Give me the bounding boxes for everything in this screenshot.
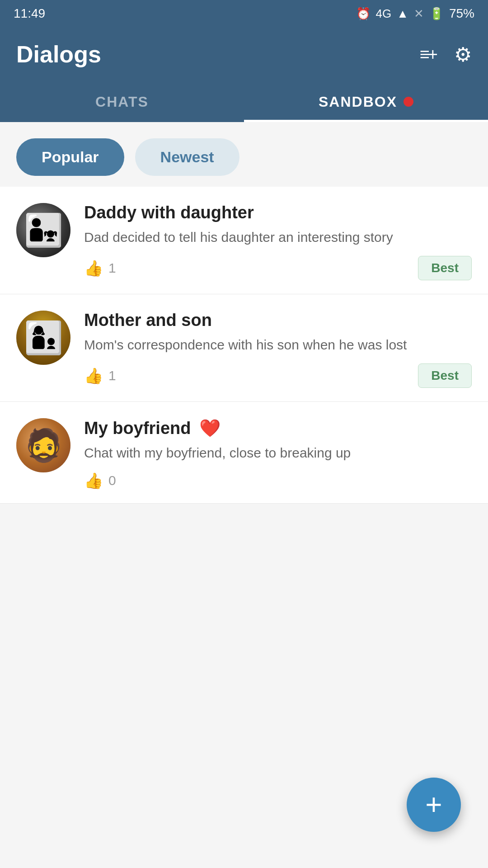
tab-sandbox[interactable]: SANDBOX [244, 81, 488, 122]
signal-x-icon: ✕ [414, 7, 424, 21]
header-actions: ≡+ ⚙ [420, 43, 472, 66]
heart-emoji: ❤️ [199, 419, 221, 438]
battery-icon: 🔋 [429, 7, 444, 21]
add-chat-fab[interactable]: + [407, 778, 461, 832]
clock-icon: ⏰ [356, 7, 371, 21]
chat-item[interactable]: Daddy with daughter Dad decided to tell … [0, 187, 488, 294]
status-bar: 11:49 ⏰ 4G ▲ ✕ 🔋 75% [0, 0, 488, 27]
sandbox-notification-dot [404, 97, 413, 107]
chat-info: My boyfriend ❤️ Chat with my boyfriend, … [84, 418, 472, 490]
thumbsup-icon: 👍 [84, 367, 103, 385]
page-title: Dialogs [16, 41, 101, 68]
filter-row: Popular Newest [0, 122, 488, 187]
status-time: 11:49 [14, 6, 45, 21]
chat-list: Daddy with daughter Dad decided to tell … [0, 187, 488, 504]
tab-sandbox-label: SANDBOX [319, 94, 397, 110]
avatar-image-boyfriend [16, 418, 70, 472]
like-count: 0 [108, 473, 116, 488]
thumbsup-icon: 👍 [84, 472, 103, 490]
filter-popular[interactable]: Popular [16, 138, 124, 176]
settings-icon[interactable]: ⚙ [454, 43, 472, 66]
signal-icon: ▲ [397, 7, 408, 21]
like-row: 👍 1 [84, 259, 116, 277]
status-icons: ⏰ 4G ▲ ✕ 🔋 75% [356, 6, 474, 21]
chat-title: Daddy with daughter [84, 203, 472, 222]
content-area: Popular Newest Daddy with daughter Dad d… [0, 122, 488, 868]
best-badge: Best [418, 363, 472, 388]
like-row: 👍 0 [84, 472, 116, 490]
avatar [16, 311, 70, 365]
like-count: 1 [108, 368, 116, 383]
add-list-icon[interactable]: ≡+ [420, 45, 436, 64]
network-4g: 4G [376, 7, 392, 21]
app-header: Dialogs ≡+ ⚙ [0, 27, 488, 81]
chat-title: My boyfriend ❤️ [84, 418, 472, 438]
chat-info: Mother and son Mom's correspondence with… [84, 311, 472, 388]
avatar-image-daddy-daughter [16, 203, 70, 257]
chat-footer: 👍 1 Best [84, 363, 472, 388]
chat-footer: 👍 0 [84, 472, 472, 490]
filter-newest[interactable]: Newest [135, 138, 239, 176]
avatar-image-mother-son [16, 311, 70, 365]
chat-item[interactable]: My boyfriend ❤️ Chat with my boyfriend, … [0, 402, 488, 504]
chat-info: Daddy with daughter Dad decided to tell … [84, 203, 472, 280]
chat-title: Mother and son [84, 311, 472, 330]
chat-description: Dad decided to tell his daughter an inte… [84, 228, 472, 247]
avatar [16, 203, 70, 257]
tab-chats-label: CHATS [95, 94, 149, 110]
battery-level: 75% [449, 6, 474, 21]
like-count: 1 [108, 260, 116, 276]
tab-bar: CHATS SANDBOX [0, 81, 488, 122]
like-row: 👍 1 [84, 367, 116, 385]
best-badge: Best [418, 256, 472, 280]
tab-chats[interactable]: CHATS [0, 81, 244, 122]
thumbsup-icon: 👍 [84, 259, 103, 277]
chat-description: Chat with my boyfriend, close to breakin… [84, 443, 472, 462]
chat-description: Mom's correspondence with his son when h… [84, 335, 472, 354]
chat-item[interactable]: Mother and son Mom's correspondence with… [0, 294, 488, 402]
avatar [16, 418, 70, 472]
chat-footer: 👍 1 Best [84, 256, 472, 280]
